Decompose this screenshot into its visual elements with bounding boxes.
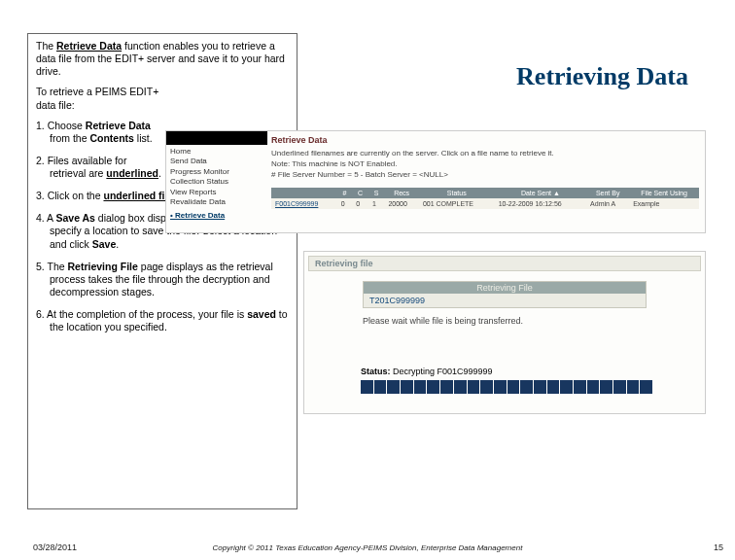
contents-menu: Home Send Data Progress Monitor Collecti… <box>166 145 267 224</box>
intro-text: The Retrieve Data function enables you t… <box>36 40 289 78</box>
screenshot-retrieving-file: Retrieving file Retrieving File T201C999… <box>303 251 706 414</box>
page-title: Retrieving Data <box>516 62 688 91</box>
step-6: 6. At the completion of the process, you… <box>36 308 289 333</box>
file-box: Retrieving File T201C999999 <box>363 281 647 308</box>
step-1: 1. Choose Retrieve Data from the Content… <box>36 120 162 145</box>
status-text: Status: Decrypting F001C999999 <box>361 367 493 376</box>
menu-item: View Reports <box>170 188 263 197</box>
menu-header-bar <box>166 131 267 145</box>
file-table: # C S Recs Status Date Sent ▲ Sent By Fi… <box>271 188 699 209</box>
table-header-row: # C S Recs Status Date Sent ▲ Sent By Fi… <box>271 188 699 198</box>
retrieve-data-pane: Retrieve Data Underlined filenames are c… <box>271 135 701 181</box>
menu-item: Home <box>170 147 263 157</box>
page-number: 15 <box>714 542 723 552</box>
step-5: 5. The Retrieving File page displays as … <box>36 261 289 298</box>
steps-intro: To retrieve a PEIMS EDIT+ data file: <box>36 86 172 111</box>
file-name-link: F001C999999 <box>271 198 337 209</box>
pane-line2: Note: This machine is NOT Enabled. <box>271 159 701 168</box>
menu-item: Progress Monitor <box>170 167 263 177</box>
retrieving-header: Retrieving file <box>308 256 701 271</box>
wait-text: Please wait while file is being transfer… <box>363 316 523 326</box>
menu-item: Revalidate Data <box>170 197 263 207</box>
table-row: F001C999999 0 0 1 20000 001 COMPLETE 10-… <box>271 198 699 209</box>
pane-line1: Underlined filenames are currently on th… <box>271 149 701 158</box>
step-2: 2. Files available for retrieval are und… <box>36 155 162 180</box>
menu-item-retrieve-data: • Retrieve Data <box>170 211 263 221</box>
footer-copyright: Copyright © 2011 Texas Education Agency-… <box>0 543 735 552</box>
menu-item: Send Data <box>170 157 263 166</box>
file-box-header: Retrieving File <box>364 282 646 294</box>
screenshot-retrieve-data: Home Send Data Progress Monitor Collecti… <box>165 130 706 233</box>
progress-bar <box>361 380 652 394</box>
file-box-name: T201C999999 <box>364 294 646 307</box>
pane-line3: # File Server Number = 5 - Batch Server … <box>271 170 701 179</box>
pane-title: Retrieve Data <box>271 135 701 145</box>
menu-item: Collection Status <box>170 177 263 187</box>
instruction-panel: The Retrieve Data function enables you t… <box>27 33 298 509</box>
